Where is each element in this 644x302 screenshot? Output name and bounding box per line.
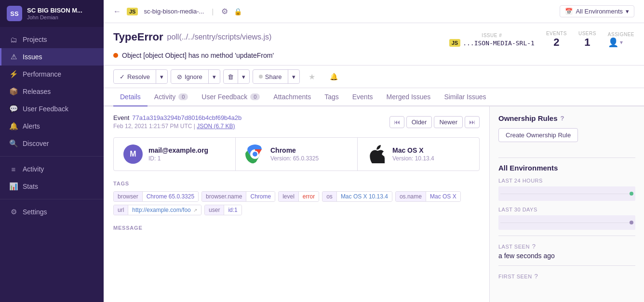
tag-val[interactable]: id:1: [224, 205, 241, 215]
notifications-button[interactable]: 🔔: [324, 70, 344, 83]
tab-user-feedback-label: User Feedback: [201, 93, 247, 101]
tab-attachments[interactable]: Attachments: [267, 88, 318, 106]
sidebar-item-discover[interactable]: 🔍 Discover: [0, 135, 104, 152]
older-event-button[interactable]: Older: [406, 116, 432, 128]
sidebar-item-alerts[interactable]: 🔔 Alerts: [0, 118, 104, 135]
delete-button[interactable]: 🗑: [224, 71, 238, 83]
tag-os: os Mac OS X 10.13.4: [322, 191, 392, 202]
issue-subtitle: Object [object Object] has no method 'up…: [113, 52, 634, 59]
sparkline-line-2: [500, 223, 631, 223]
tag-key: os.name: [396, 192, 426, 201]
tab-merged[interactable]: Merged Issues: [380, 88, 438, 106]
sidebar-item-stats[interactable]: 📊 Stats: [0, 178, 104, 195]
resolve-group: ✓ Resolve ▾: [113, 69, 168, 84]
sidebar-item-label: Alerts: [23, 122, 40, 130]
tag-val[interactable]: error: [299, 192, 319, 201]
tab-tags-label: Tags: [324, 93, 339, 101]
tab-details-label: Details: [120, 93, 141, 101]
user-feedback-icon: 💬: [9, 105, 18, 113]
tab-activity[interactable]: Activity 0: [148, 88, 195, 106]
sidebar-item-label: User Feedback: [23, 105, 68, 113]
delete-dropdown-button[interactable]: ▾: [238, 71, 249, 83]
resolve-dropdown-button[interactable]: ▾: [156, 71, 167, 83]
sidebar-item-issues[interactable]: ⚠ Issues: [0, 48, 104, 66]
external-link-icon: ↗: [193, 208, 197, 213]
environment-selector[interactable]: 📅 All Environments ▾: [560, 5, 634, 17]
assignee-label: ASSIGNEE: [608, 32, 634, 37]
tab-user-feedback[interactable]: User Feedback 0: [195, 88, 267, 106]
toolbar: ✓ Resolve ▾ ⊘ Ignore ▾ 🗑 ▾ Share ▾: [104, 66, 644, 88]
event-hash[interactable]: 77a1a319a3294b7d8016b4cbf69b4a2b: [132, 114, 242, 121]
first-seen-label: FIRST SEEN ?: [498, 273, 635, 280]
tags-container: browser Chrome 65.0.3325 browser.name Ch…: [113, 191, 480, 215]
sidebar-nav: 🗂 Projects ⚠ Issues ⚡ Performance 📦 Rele…: [0, 27, 104, 224]
share-dropdown-button[interactable]: ▾: [288, 71, 299, 83]
issue-num-col: ISSUE # JS ...ISON-MEDIA-SRL-1: [449, 33, 535, 47]
assignee-chevron-icon[interactable]: ▾: [620, 39, 623, 46]
sparkline-dot-green: [630, 192, 633, 196]
settings-icon: ⚙: [9, 208, 18, 216]
tab-details[interactable]: Details: [113, 88, 148, 106]
user-email: mail@example.org: [148, 146, 208, 154]
tab-activity-label: Activity: [154, 93, 175, 101]
last-event-button[interactable]: ⏭: [465, 116, 480, 128]
settings-gear-icon[interactable]: ⚙: [221, 7, 228, 16]
error-location: poll(../../sentry/scripts/views.js): [167, 33, 272, 41]
tag-val[interactable]: Mac OS X 10.13.4: [337, 192, 392, 201]
sidebar-user-name: John Demian: [27, 14, 82, 20]
user-id: ID: 1: [148, 155, 208, 162]
issues-icon: ⚠: [9, 53, 18, 61]
sidebar-item-user-feedback[interactable]: 💬 User Feedback: [0, 100, 104, 118]
tags-title: TAGS: [113, 181, 480, 186]
tab-similar[interactable]: Similar Issues: [437, 88, 493, 106]
sparkline-30d: [498, 215, 635, 230]
event-label-row: Event 77a1a319a3294b7d8016b4cbf69b4a2b: [113, 114, 242, 121]
json-link[interactable]: JSON (6.7 KB): [197, 123, 235, 130]
sidebar-item-performance[interactable]: ⚡ Performance: [0, 66, 104, 83]
last-seen-help-icon[interactable]: ?: [532, 243, 536, 250]
ignore-dropdown-button[interactable]: ▾: [209, 71, 220, 83]
first-event-button[interactable]: ⏮: [389, 116, 404, 128]
project-badge: JS: [127, 8, 138, 15]
tag-key: browser.name: [202, 192, 246, 201]
ownership-help-icon[interactable]: ?: [561, 115, 564, 122]
sidebar-item-settings[interactable]: ⚙ Settings: [0, 203, 104, 221]
sidebar-item-releases[interactable]: 📦 Releases: [0, 83, 104, 100]
user-card: M mail@example.org ID: 1: [114, 138, 236, 171]
tag-val[interactable]: Chrome 65.0.3325: [143, 192, 198, 201]
issue-message: Object [object Object] has no method 'up…: [122, 52, 274, 59]
issue-meta-right: ISSUE # JS ...ISON-MEDIA-SRL-1 EVENTS 2 …: [449, 31, 634, 49]
sidebar-item-projects[interactable]: 🗂 Projects: [0, 31, 104, 48]
activity-icon: ≡: [9, 165, 18, 173]
tab-merged-label: Merged Issues: [387, 93, 431, 101]
events-col: EVENTS 2: [546, 31, 567, 49]
sidebar-divider: [0, 156, 104, 157]
delete-group: 🗑 ▾: [223, 69, 250, 84]
tab-events[interactable]: Events: [346, 88, 380, 106]
assign-icon[interactable]: 👤: [608, 37, 618, 48]
sidebar-item-label: Activity: [23, 165, 44, 173]
tag-val[interactable]: http://example.com/foo ↗: [128, 205, 201, 215]
create-ownership-rule-button[interactable]: Create Ownership Rule: [498, 128, 578, 142]
back-button[interactable]: ←: [113, 7, 121, 16]
tab-tags[interactable]: Tags: [318, 88, 346, 106]
issue-id: ...ISON-MEDIA-SRL-1: [463, 39, 535, 47]
env-section-title: All Environments: [498, 164, 635, 172]
tag-val[interactable]: Chrome: [246, 192, 275, 201]
ignore-button[interactable]: ⊘ Ignore: [171, 71, 208, 83]
sidebar-item-activity[interactable]: ≡ Activity: [0, 160, 104, 178]
resolve-button[interactable]: ✓ Resolve: [114, 71, 156, 83]
star-button[interactable]: ★: [303, 70, 321, 84]
last-seen-value: a few seconds ago: [498, 252, 635, 260]
tag-val[interactable]: Mac OS X: [426, 192, 460, 201]
sidebar-item-label: Stats: [23, 183, 38, 190]
last-seen-label: LAST SEEN ?: [498, 243, 635, 250]
sidebar-item-label: Settings: [23, 208, 47, 216]
tag-key: url: [114, 205, 128, 215]
newer-event-button[interactable]: Newer: [434, 116, 463, 128]
sidebar-logo: SS: [7, 6, 22, 21]
os-info: Mac OS X Version: 10.13.4: [392, 146, 434, 162]
main-panel: Event 77a1a319a3294b7d8016b4cbf69b4a2b F…: [104, 106, 490, 302]
share-button[interactable]: Share: [253, 71, 288, 83]
first-seen-help-icon[interactable]: ?: [535, 273, 538, 280]
